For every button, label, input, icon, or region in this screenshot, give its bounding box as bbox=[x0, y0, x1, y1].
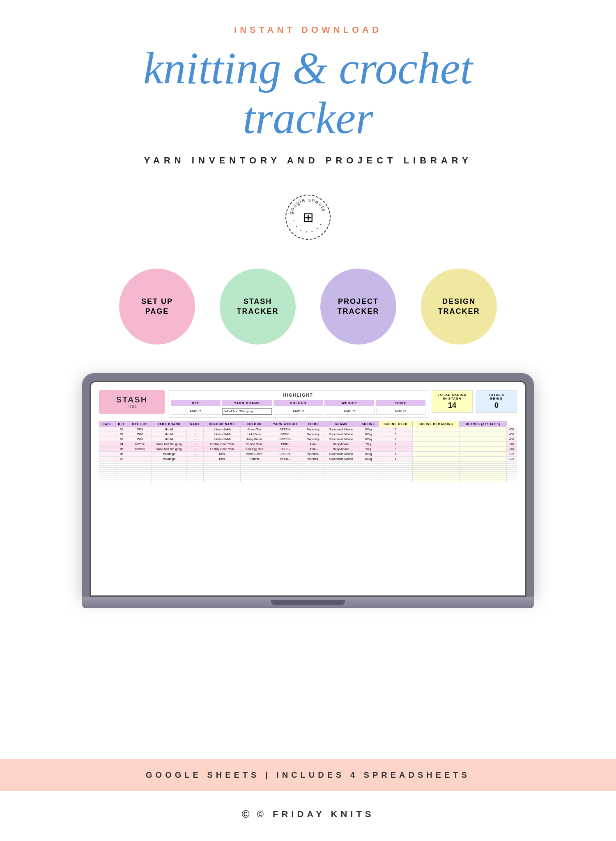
hl-col-colour: COLOUR bbox=[274, 400, 323, 406]
footer-text: GOOGLE SHEETS | INCLUDES 4 SPREADSHEETS bbox=[0, 770, 616, 780]
table-row: 07Malabrigo-RiosNaturalWHITE -Worsted -S… bbox=[99, 457, 517, 462]
highlight-title: HIGHLIGHT bbox=[171, 393, 425, 398]
table-row: 05832150Wool And The gang-Feeling Good Y… bbox=[99, 447, 517, 452]
feature-setup: SET UPPAGE bbox=[119, 269, 195, 345]
hl-val-fibre: EMPTY bbox=[376, 408, 425, 415]
highlight-section: HIGHLIGHT REF YARN BRAND COLOUR WEIGHT F… bbox=[168, 390, 428, 418]
hl-val-weight: EMPTY bbox=[325, 408, 374, 415]
th-name: NAME bbox=[187, 421, 204, 427]
table-header-row: DATE REF DYE LOT YARN BRAND NAME COLOUR … bbox=[99, 421, 517, 427]
table-row: 06Malabrigo-RiosWater GreenGREEN -Worste… bbox=[99, 452, 517, 457]
spreadsheet: STASH -LOG- HIGHLIGHT REF YARN BRAND COL… bbox=[99, 390, 517, 482]
copyright-text: © © FRIDAY KNITS bbox=[241, 808, 374, 820]
setup-label: SET UPPAGE bbox=[141, 297, 173, 316]
title-line1: knitting & crochet bbox=[143, 43, 473, 93]
th-skeins-used: SKEINS USED bbox=[379, 421, 413, 427]
th-fibre: FIBRE bbox=[303, 421, 324, 427]
copyright-label: © FRIDAY KNITS bbox=[257, 809, 375, 820]
highlight-cols: REF YARN BRAND COLOUR WEIGHT FIBRE bbox=[171, 400, 425, 406]
totals-title2: TOTAL SBEING bbox=[480, 393, 513, 400]
stash-label: STASHTRACKER bbox=[237, 297, 279, 316]
instant-download-label: INSTANT DOWNLOAD bbox=[0, 25, 616, 35]
copyright-symbol: © bbox=[241, 808, 253, 820]
stash-sub: -LOG- bbox=[107, 404, 156, 409]
th-weight: YARN WEIGHT bbox=[268, 421, 303, 427]
th-brand: YARN BRAND bbox=[152, 421, 187, 427]
th-date: DATE bbox=[99, 421, 115, 427]
stash-table: DATE REF DYE LOT YARN BRAND NAME COLOUR … bbox=[99, 421, 517, 482]
table-row: 012529Hobbit-Unicorn SolidsGreen TeaGREE… bbox=[99, 427, 517, 432]
project-label: PROJECTTRACKER bbox=[338, 297, 379, 316]
table-row bbox=[99, 480, 517, 482]
hl-val-colour: EMPTY bbox=[274, 408, 323, 415]
totals-box2: TOTAL SBEING 0 bbox=[476, 390, 517, 413]
feature-project: PROJECTTRACKER bbox=[320, 269, 396, 345]
table-row: 032528Hobbit-Unicorn SolidsArmy GreenGRE… bbox=[99, 437, 517, 442]
th-colourname: COLOUR NAME bbox=[204, 421, 240, 427]
totals-value: 14 bbox=[436, 401, 468, 410]
laptop-section: STASH -LOG- HIGHLIGHT REF YARN BRAND COL… bbox=[82, 373, 534, 608]
sheets-circle: google sheets ⬩ ⬩ ⬩ ⬩ ⬩ ⬩ ⬩ ⊞ bbox=[285, 195, 331, 240]
laptop-notch bbox=[271, 600, 345, 605]
th-metres: METRES (per skein) bbox=[460, 421, 506, 427]
table-row: 022510Hobbit-Unicorn SolidsLight GreyGRE… bbox=[99, 432, 517, 437]
table-row: 04832014Wool And The gang-Feeling Good Y… bbox=[99, 442, 517, 447]
sheets-badge: google sheets ⬩ ⬩ ⬩ ⬩ ⬩ ⬩ ⬩ ⊞ bbox=[285, 195, 331, 240]
laptop-outer: STASH -LOG- HIGHLIGHT REF YARN BRAND COL… bbox=[82, 373, 534, 597]
sheets-icon: ⊞ bbox=[303, 209, 314, 225]
stash-title: STASH bbox=[107, 395, 156, 404]
laptop-screen: STASH -LOG- HIGHLIGHT REF YARN BRAND COL… bbox=[90, 381, 526, 597]
th-dyelot: DYE LOT bbox=[128, 421, 152, 427]
table-body: 012529Hobbit-Unicorn SolidsGreen TeaGREE… bbox=[99, 427, 517, 482]
ss-top-row: STASH -LOG- HIGHLIGHT REF YARN BRAND COL… bbox=[99, 390, 517, 418]
hl-col-brand: YARN BRAND bbox=[222, 400, 272, 406]
design-label: DESIGNTRACKER bbox=[438, 297, 480, 316]
hl-col-fibre: FIBRE bbox=[376, 400, 425, 406]
stash-log-box: STASH -LOG- bbox=[99, 390, 165, 414]
main-title: knitting & crochet tracker bbox=[0, 44, 616, 143]
feature-design: DESIGNTRACKER bbox=[421, 269, 497, 345]
title-line2: tracker bbox=[243, 93, 373, 143]
th-ref: REF bbox=[115, 421, 128, 427]
subtitle: YARN INVENTORY AND PROJECT LIBRARY bbox=[0, 155, 616, 166]
th-skeins: SKEINS bbox=[358, 421, 379, 427]
hl-col-ref: REF bbox=[171, 400, 221, 406]
features-row: SET UPPAGE STASHTRACKER PROJECTTRACKER D… bbox=[119, 269, 497, 345]
totals-value2: 0 bbox=[480, 401, 513, 410]
feature-stash: STASHTRACKER bbox=[220, 269, 296, 345]
highlight-data-row: EMPTY Wool And The gang EMPTY EMPTY EMPT… bbox=[171, 408, 425, 415]
hl-col-weight: WEIGHT bbox=[324, 400, 374, 406]
totals-title: TOTAL SKEINSIN STASH bbox=[436, 393, 468, 400]
th-skeins-remaining: SKEINS REMAINING bbox=[413, 421, 460, 427]
hl-val-brand: Wool And The gang bbox=[222, 408, 272, 415]
footer-banner: GOOGLE SHEETS | INCLUDES 4 SPREADSHEETS bbox=[0, 759, 616, 791]
totals-box: TOTAL SKEINSIN STASH 14 bbox=[432, 390, 473, 413]
header: INSTANT DOWNLOAD knitting & crochet trac… bbox=[0, 0, 616, 269]
th-colour: COLOUR bbox=[240, 421, 268, 427]
copyright-section: © © FRIDAY KNITS bbox=[241, 791, 374, 841]
laptop-base bbox=[82, 597, 534, 608]
laptop-screen-inner: STASH -LOG- HIGHLIGHT REF YARN BRAND COL… bbox=[91, 382, 525, 595]
hl-val-ref: EMPTY bbox=[171, 408, 220, 415]
th-grams: GRAMS bbox=[324, 421, 358, 427]
